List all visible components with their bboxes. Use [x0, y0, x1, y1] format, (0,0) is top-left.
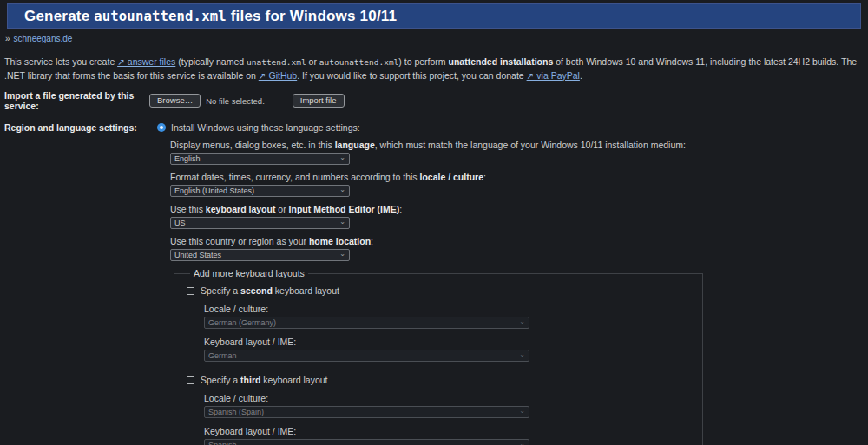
- second-locale-value: German (Germany): [208, 318, 276, 327]
- intro-text: (typically named: [175, 56, 247, 67]
- page-title-filename: autounattend.xml: [94, 9, 227, 24]
- page-header: Generate autounattend.xml files for Wind…: [7, 3, 861, 29]
- second-keyboard-checkbox-row[interactable]: Specify a second keyboard layout: [187, 285, 690, 296]
- label-text: Display menus, dialog boxes, etc. in thi…: [170, 140, 335, 150]
- keyboard-question-label: Use this keyboard layout or Input Method…: [170, 204, 703, 214]
- keyboard-select[interactable]: US ⌄: [170, 217, 350, 229]
- second-keyboard-label: Specify a second keyboard layout: [201, 285, 339, 296]
- intro-text: . If you would like to support this proj…: [297, 70, 526, 81]
- github-link[interactable]: ↗ GitHub: [259, 70, 297, 81]
- breadcrumb-arrow-icon: »: [5, 34, 10, 43]
- second-keyboard-group: Locale / culture: German (Germany) ⌄ Key…: [204, 304, 690, 362]
- page-title-suffix: files for Windows 10/11: [227, 8, 397, 24]
- third-keyboard-label: Specify a third keyboard layout: [201, 375, 328, 385]
- chevron-down-icon: ⌄: [519, 351, 525, 358]
- intro-paragraph: This service lets you create ↗ answer fi…: [0, 49, 868, 82]
- home-location-select-value: United States: [174, 251, 221, 259]
- label-bold: Input Method Editor (IME): [289, 204, 400, 214]
- browse-button[interactable]: Browse…: [149, 94, 201, 108]
- chevron-down-icon: ⌄: [519, 441, 525, 445]
- import-file-button[interactable]: Import file: [293, 94, 345, 108]
- chevron-down-icon: ⌄: [339, 154, 345, 161]
- fieldset-legend: Add more keyboard layouts: [190, 268, 308, 278]
- additional-keyboard-layouts-fieldset: Add more keyboard layouts Specify a seco…: [174, 268, 703, 445]
- label-bold: second: [240, 285, 273, 296]
- label-bold: home location: [309, 236, 371, 246]
- filename-autounattend: autounattend.xml: [319, 57, 399, 67]
- second-kb-select: German ⌄: [204, 350, 529, 362]
- intro-text: or: [306, 56, 319, 67]
- chevron-down-icon: ⌄: [519, 318, 525, 325]
- import-label: Import a file generated by this service:: [0, 90, 149, 111]
- checkbox-unchecked-icon[interactable]: [187, 287, 194, 295]
- third-kb-select: Spanish ⌄: [204, 439, 529, 445]
- answer-files-link[interactable]: ↗ answer files: [117, 56, 175, 67]
- language-select[interactable]: English ⌄: [170, 153, 350, 165]
- label-bold: language: [335, 140, 375, 150]
- label-bold: keyboard layout: [206, 204, 276, 214]
- label-bold: locale / culture: [420, 172, 484, 182]
- page-title: Generate autounattend.xml files for Wind…: [24, 8, 397, 25]
- region-language-row: Region and language settings: Install Wi…: [0, 122, 868, 445]
- chevron-down-icon: ⌄: [519, 408, 525, 415]
- import-row: Import a file generated by this service:…: [0, 90, 868, 111]
- label-text: Specify a: [201, 285, 240, 296]
- locale-question-label: Format dates, times, currency, and numbe…: [170, 172, 703, 182]
- label-text: Use this: [170, 204, 206, 214]
- intro-bold-unattended: unattended installations: [449, 56, 554, 67]
- third-locale-label: Locale / culture:: [204, 393, 690, 403]
- second-locale-label: Locale / culture:: [204, 304, 690, 314]
- label-text: keyboard layout: [260, 375, 327, 385]
- home-location-select[interactable]: United States ⌄: [170, 249, 350, 261]
- second-kb-value: German: [208, 351, 237, 360]
- third-locale-select: Spanish (Spain) ⌄: [204, 406, 529, 418]
- intro-text: ) to perform: [398, 56, 448, 67]
- home-location-question-label: Use this country or region as your home …: [170, 236, 703, 246]
- radio-install-with-settings[interactable]: Install Windows using these language set…: [157, 122, 703, 133]
- label-text: :: [399, 204, 402, 214]
- breadcrumb: »schneegans.de: [0, 29, 868, 49]
- file-status-text: No file selected.: [206, 96, 265, 106]
- paypal-link[interactable]: ↗ via PayPal: [527, 70, 580, 81]
- intro-text: This service lets you create: [4, 56, 117, 67]
- label-text: Use this country or region as your: [170, 236, 309, 246]
- region-settings-label: Region and language settings:: [0, 122, 149, 133]
- radio-selected-icon[interactable]: [157, 123, 166, 132]
- language-settings-group: Display menus, dialog boxes, etc. in thi…: [170, 140, 703, 261]
- filename-unattend: unattend.xml: [247, 57, 306, 67]
- label-bold: third: [240, 375, 260, 385]
- keyboard-select-value: US: [174, 219, 186, 227]
- chevron-down-icon: ⌄: [339, 219, 345, 226]
- locale-select-value: English (United States): [174, 187, 254, 195]
- language-question-label: Display menus, dialog boxes, etc. in thi…: [170, 140, 703, 150]
- intro-text: .: [580, 70, 582, 81]
- label-text: , which must match the language of your …: [375, 140, 686, 150]
- label-text: Format dates, times, currency, and numbe…: [170, 172, 420, 182]
- second-kb-label: Keyboard layout / IME:: [204, 337, 690, 347]
- label-text: :: [483, 172, 486, 182]
- chevron-down-icon: ⌄: [339, 187, 345, 193]
- label-text: :: [371, 236, 373, 246]
- radio-install-label: Install Windows using these language set…: [171, 122, 360, 133]
- checkbox-unchecked-icon[interactable]: [187, 376, 194, 384]
- language-select-value: English: [174, 154, 201, 163]
- second-locale-select: German (Germany) ⌄: [204, 317, 529, 329]
- label-text: or: [275, 204, 288, 214]
- chevron-down-icon: ⌄: [339, 251, 345, 258]
- page-title-text: Generate: [24, 8, 94, 24]
- breadcrumb-home-link[interactable]: schneegans.de: [14, 34, 73, 43]
- third-keyboard-checkbox-row[interactable]: Specify a third keyboard layout: [187, 375, 690, 385]
- label-text: Specify a: [201, 375, 240, 385]
- third-locale-value: Spanish (Spain): [208, 408, 264, 416]
- region-settings-content: Install Windows using these language set…: [149, 122, 703, 445]
- third-kb-value: Spanish: [208, 441, 237, 445]
- locale-select[interactable]: English (United States) ⌄: [170, 185, 350, 197]
- third-keyboard-group: Locale / culture: Spanish (Spain) ⌄ Keyb…: [204, 393, 690, 445]
- third-kb-label: Keyboard layout / IME:: [204, 426, 690, 436]
- label-text: keyboard layout: [273, 285, 339, 296]
